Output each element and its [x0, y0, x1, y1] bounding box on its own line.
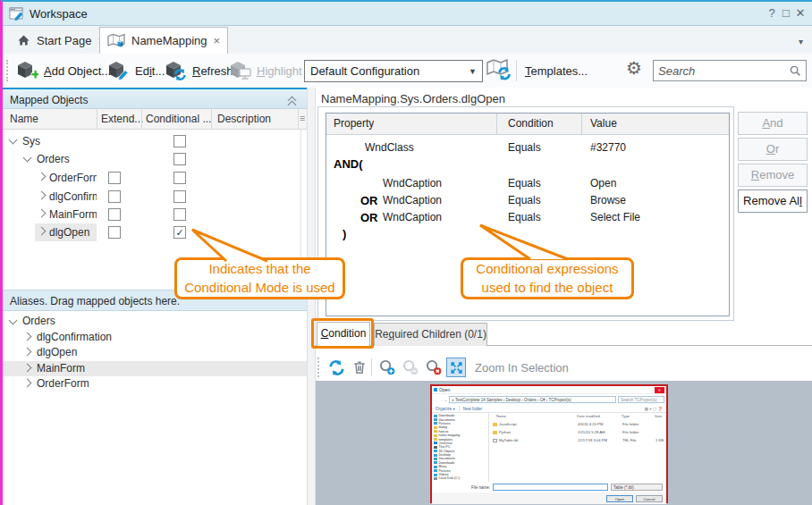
conditional-checkbox[interactable]	[173, 172, 186, 184]
remove-all-button[interactable]: Remove All	[738, 189, 808, 213]
mapped-objects-panel-header: Mapped Objects	[3, 88, 307, 109]
chevron-collapsed-icon[interactable]	[23, 364, 32, 373]
refresh-image-button[interactable]	[326, 358, 346, 377]
zoom-in-button[interactable]	[377, 358, 397, 377]
column-condition[interactable]: Condition	[508, 117, 554, 130]
panel-title: Aliases. Drag mapped objects here.	[10, 295, 180, 307]
chevron-collapsed-icon[interactable]	[23, 348, 32, 357]
tree-row-orderform[interactable]: OrderForm	[3, 169, 305, 187]
tree-row-sys[interactable]: Sys	[3, 132, 305, 150]
document-tab-strip: Start Page × NameMapping × ▾	[3, 26, 812, 54]
screenshot-command-bar: Organize ▾ New folder ▦ ▾ ▢ ❓	[432, 405, 666, 413]
search-icon	[790, 65, 801, 77]
column-conditional[interactable]: Conditional ...	[146, 113, 211, 125]
file-open-dialog-screenshot: Open ✕ ← → ⌄ « TestComplete 14 Samples ›…	[430, 384, 668, 503]
tree-row-mainform[interactable]: MainForm	[3, 206, 305, 223]
templates-button[interactable]: Templates...	[525, 60, 588, 81]
conditional-checkbox[interactable]	[173, 135, 186, 147]
column-name[interactable]: Name	[10, 113, 38, 125]
file-row: MyTable.tbl 12/17/18 3:04 PM TBL File 1 …	[493, 438, 664, 442]
tab-label: Start Page	[37, 34, 91, 47]
maximize-button[interactable]: □	[780, 6, 792, 20]
tab-required-children[interactable]: Required Children (0/1)	[374, 323, 487, 346]
dialog-close-icon: ✕	[655, 387, 664, 393]
conditional-checkbox[interactable]	[173, 153, 186, 165]
conditional-checkbox[interactable]	[173, 208, 186, 221]
condition-row[interactable]: WndCaption Equals Open	[326, 174, 729, 191]
mapped-objects-column-header: Name Extend... Conditional ... Descripti…	[3, 109, 307, 130]
extended-find-checkbox[interactable]	[108, 190, 121, 203]
condition-row[interactable]: OR WndCaption Equals Browse	[326, 191, 729, 208]
search-input[interactable]	[658, 63, 783, 79]
screenshot-nav-sidebar: Downloads Documents Pictures dialog how-…	[432, 413, 489, 482]
zoom-reset-button[interactable]	[424, 358, 444, 377]
node-label: MainForm	[37, 362, 85, 375]
toolbar-grip[interactable]	[317, 358, 319, 377]
node-label: OrderForm	[49, 172, 97, 184]
column-value[interactable]: Value	[590, 117, 617, 130]
condition-row[interactable]: WndClass Equals #32770	[326, 139, 729, 156]
image-toolbar: Zoom In Selection	[316, 353, 812, 381]
tab-start-page[interactable]: Start Page ×	[10, 28, 112, 53]
alias-row-orders[interactable]: Orders	[3, 314, 307, 329]
zoom-out-button-disabled[interactable]	[401, 358, 420, 377]
tab-namemapping[interactable]: NameMapping ×	[99, 27, 228, 54]
configurations-button[interactable]	[486, 58, 512, 85]
refresh-button[interactable]: Refresh	[165, 60, 233, 81]
extended-find-checkbox[interactable]	[108, 172, 121, 184]
chevron-expanded-icon[interactable]	[23, 154, 32, 163]
tab-label: NameMapping	[131, 34, 207, 47]
and-button[interactable]: And	[738, 112, 808, 135]
column-property[interactable]: Property	[334, 117, 374, 130]
edit-button[interactable]: Edit...	[108, 60, 165, 81]
node-label: dlgOpen	[37, 346, 77, 358]
search-box	[653, 60, 807, 81]
collapse-panel-icon[interactable]	[288, 101, 297, 110]
extended-find-checkbox[interactable]	[108, 208, 121, 221]
or-button[interactable]: Or	[738, 138, 808, 161]
condition-tab-highlight-annotation	[311, 318, 374, 349]
chevron-expanded-icon[interactable]	[9, 316, 18, 325]
callout-pointer	[471, 222, 580, 261]
tree-row-dlgconfirmation[interactable]: dlgConfirmation	[3, 188, 305, 206]
namemapping-toolbar: Add Object... Edit... Refresh	[3, 54, 812, 88]
tab-close-icon[interactable]: ×	[214, 34, 221, 47]
zoom-in-selection-button[interactable]	[446, 358, 466, 377]
group-open-row: AND(	[326, 155, 729, 172]
chevron-collapsed-icon[interactable]	[38, 173, 47, 181]
toolbar-grip[interactable]	[6, 60, 8, 81]
new-folder-button: New folder	[463, 407, 483, 411]
chevron-expanded-icon[interactable]	[9, 136, 18, 145]
chevron-collapsed-icon[interactable]	[38, 209, 47, 218]
delete-image-button[interactable]	[350, 358, 369, 377]
refresh-icon	[329, 360, 344, 375]
close-button[interactable]: ✕	[794, 6, 807, 20]
help-button[interactable]: ?	[765, 6, 778, 20]
filter-icon[interactable]: ≡	[300, 113, 305, 123]
node-label: Orders	[22, 315, 55, 327]
object-image-preview-area: Open ✕ ← → ⌄ « TestComplete 14 Samples ›…	[316, 381, 812, 505]
alias-row-dlgconfirmation[interactable]: dlgConfirmation	[3, 330, 307, 345]
alias-row-mainform[interactable]: MainForm	[3, 361, 307, 376]
remove-button[interactable]: Remove	[738, 164, 808, 187]
chevron-collapsed-icon[interactable]	[23, 332, 32, 341]
alias-row-orderform[interactable]: OrderForm	[3, 376, 307, 391]
configuration-dropdown[interactable]: Default Configuration ▼	[304, 60, 483, 82]
column-description[interactable]: Description	[217, 113, 271, 125]
gear-icon[interactable]: ⚙	[626, 57, 642, 79]
conditional-checkbox[interactable]	[173, 190, 186, 203]
screenshot-address-bar: ← → ⌄ « TestComplete 14 Samples › Deskto…	[432, 394, 666, 405]
zoom-reset-icon	[426, 359, 442, 375]
highlight-button[interactable]: Highlight	[230, 60, 302, 81]
extended-find-checkbox[interactable]	[108, 226, 121, 239]
column-extend[interactable]: Extend...	[101, 113, 143, 125]
alias-row-dlgopen[interactable]: dlgOpen	[3, 345, 307, 360]
home-icon	[17, 34, 30, 46]
tree-row-orders[interactable]: Orders	[3, 150, 305, 168]
node-label: dlgConfirmation	[37, 331, 112, 343]
testcomplete-workspace-window: Workspace ? □ ✕ Start Page × NameMapping…	[0, 0, 812, 505]
tab-list-dropdown-icon[interactable]: ▾	[799, 37, 803, 46]
chevron-collapsed-icon[interactable]	[23, 379, 32, 388]
chevron-collapsed-icon[interactable]	[38, 191, 47, 200]
add-object-button[interactable]: Add Object...	[17, 60, 111, 81]
